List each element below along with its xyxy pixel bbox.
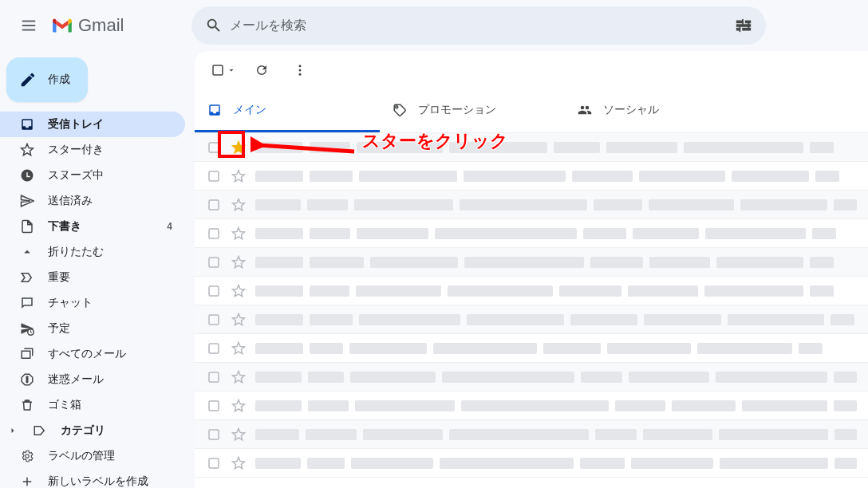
row-star-button[interactable] [230, 311, 247, 329]
row-star-button[interactable] [230, 455, 247, 472]
row-checkbox[interactable] [206, 398, 222, 414]
svg-rect-1 [213, 65, 223, 75]
sidebar-item-sent[interactable]: 送信済み [0, 188, 185, 214]
message-row[interactable] [195, 162, 868, 191]
sidebar-item-label: 新しいラベルを作成 [48, 474, 172, 488]
inbox-tabs: メインプロモーションソーシャル [195, 89, 868, 133]
categories-icon [32, 423, 48, 438]
row-checkbox[interactable] [206, 168, 222, 184]
dropdown-icon [227, 65, 236, 75]
message-row[interactable] [195, 277, 868, 305]
row-star-button[interactable] [230, 340, 247, 357]
sidebar-item-label: 迷惑メール [48, 372, 172, 387]
sidebar-item-inbox[interactable]: 受信トレイ [0, 112, 185, 137]
spam-icon [19, 372, 35, 387]
message-row[interactable] [195, 191, 868, 219]
row-star-button[interactable] [230, 368, 247, 386]
message-row[interactable] [195, 420, 868, 449]
row-checkbox[interactable] [206, 226, 222, 242]
sidebar-item-chat[interactable]: チャット [0, 290, 185, 316]
sidebar-item-spam[interactable]: 迷惑メール [0, 367, 185, 392]
tab-promotions[interactable]: プロモーション [380, 89, 565, 132]
message-row[interactable] [195, 363, 868, 392]
sidebar-item-label: すべてのメール [48, 347, 172, 361]
sidebar-item-snoozed[interactable]: スヌーズ中 [0, 163, 185, 188]
row-star-button[interactable] [230, 225, 247, 242]
app-name: Gmail [78, 15, 124, 36]
nav: 受信トレイスター付きスヌーズ中送信済み下書き4折りたたむ重要チャット予定すべての… [0, 112, 195, 488]
message-row[interactable] [195, 219, 868, 248]
row-star-button[interactable] [230, 139, 247, 156]
svg-point-3 [299, 69, 302, 72]
sidebar-item-scheduled[interactable]: 予定 [0, 316, 185, 341]
svg-rect-9 [209, 258, 219, 267]
svg-rect-15 [209, 430, 219, 439]
manage-icon [19, 449, 35, 463]
message-row[interactable] [195, 392, 868, 420]
more-button[interactable] [284, 54, 316, 86]
search-input[interactable] [230, 18, 728, 33]
sidebar-item-label: 予定 [48, 321, 172, 336]
svg-point-2 [299, 65, 302, 67]
tab-label: プロモーション [418, 103, 496, 117]
row-checkbox[interactable] [206, 140, 222, 155]
sidebar-item-label: 重要 [48, 270, 172, 285]
trash-icon [19, 398, 35, 412]
hamburger-icon [20, 17, 37, 34]
sidebar-item-allmail[interactable]: すべてのメール [0, 341, 185, 367]
sidebar-item-important[interactable]: 重要 [0, 265, 185, 290]
row-checkbox[interactable] [206, 455, 222, 471]
message-row[interactable] [195, 334, 868, 363]
row-checkbox[interactable] [206, 283, 222, 299]
row-checkbox[interactable] [206, 254, 222, 270]
sidebar-item-label: 送信済み [48, 194, 172, 208]
sidebar-item-drafts[interactable]: 下書き4 [0, 214, 185, 239]
main-menu-button[interactable] [10, 6, 48, 45]
message-row[interactable] [195, 133, 868, 162]
sidebar-item-label: ゴミ箱 [48, 398, 172, 412]
scheduled-icon [19, 321, 35, 336]
refresh-button[interactable] [246, 54, 278, 86]
row-content [255, 343, 857, 354]
search-button[interactable] [198, 10, 230, 41]
sidebar-item-starred[interactable]: スター付き [0, 137, 185, 163]
row-star-button[interactable] [230, 196, 247, 214]
layout: 作成 受信トレイスター付きスヌーズ中送信済み下書き4折りたたむ重要チャット予定す… [0, 51, 868, 488]
tune-icon [735, 17, 752, 34]
row-checkbox[interactable] [206, 427, 222, 443]
tab-social[interactable]: ソーシャル [565, 89, 750, 132]
sidebar-item-categories[interactable]: カテゴリ [0, 418, 185, 443]
row-star-button[interactable] [230, 167, 247, 185]
row-checkbox[interactable] [206, 340, 222, 356]
row-star-button[interactable] [230, 254, 247, 271]
row-checkbox[interactable] [206, 197, 222, 213]
row-star-button[interactable] [230, 426, 247, 443]
drafts-icon [19, 219, 35, 234]
compose-button[interactable]: 作成 [6, 57, 88, 102]
sidebar-item-newlabel[interactable]: 新しいラベルを作成 [0, 469, 185, 488]
row-content [255, 142, 857, 153]
row-star-button[interactable] [230, 282, 247, 300]
select-all-button[interactable] [207, 60, 239, 81]
sidebar-item-collapse[interactable]: 折りたたむ [0, 239, 185, 265]
tab-primary[interactable]: メイン [195, 89, 380, 132]
tab-label: ソーシャル [603, 103, 659, 117]
row-star-button[interactable] [230, 397, 247, 415]
svg-rect-11 [209, 315, 219, 325]
svg-rect-6 [209, 171, 219, 181]
sidebar-item-trash[interactable]: ゴミ箱 [0, 392, 185, 418]
search-options-button[interactable] [728, 10, 760, 41]
compose-label: 作成 [48, 73, 70, 87]
sidebar-item-manage[interactable]: ラベルの管理 [0, 443, 185, 469]
caret-right-icon [6, 426, 19, 435]
message-row[interactable] [195, 248, 868, 277]
row-content [255, 314, 857, 325]
gmail-logo[interactable]: Gmail [51, 15, 191, 36]
row-checkbox[interactable] [206, 312, 222, 328]
message-row[interactable] [195, 305, 868, 334]
row-checkbox[interactable] [206, 369, 222, 385]
starred-icon [19, 143, 35, 157]
message-row[interactable] [195, 449, 868, 478]
svg-rect-7 [209, 200, 219, 210]
chat-icon [19, 296, 35, 310]
